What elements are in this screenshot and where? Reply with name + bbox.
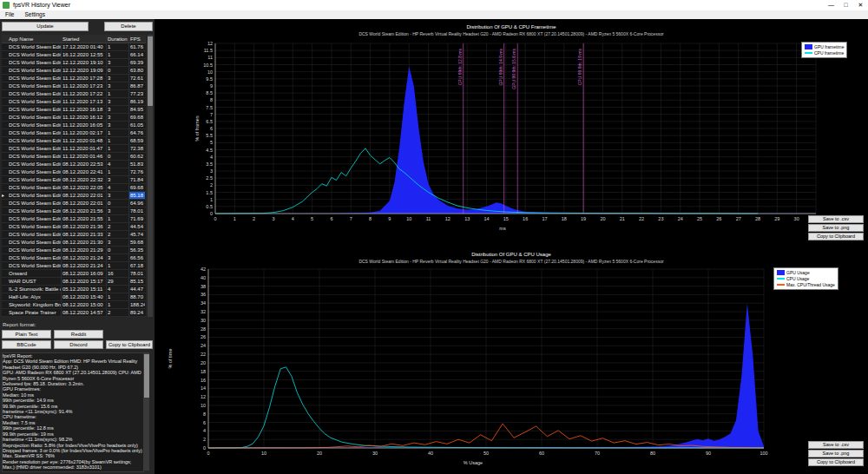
usage-y-axis-label: % of time	[168, 328, 173, 389]
table-row[interactable]: DCS World Steam Edition11.12.2020 01:471…	[2, 145, 146, 153]
copy-chart-clipboard-button[interactable]: Copy to Clipboard	[808, 458, 864, 466]
report-text[interactable]: fpsVR Report: App: DCS World Steam Editi…	[2, 352, 144, 472]
table-row[interactable]: DCS World Steam Edition11.12.2020 17:283…	[2, 75, 146, 82]
report-scrollbar[interactable]	[144, 352, 149, 471]
table-row[interactable]: DCS World Steam Edition11.12.2020 01:481…	[2, 137, 146, 145]
table-row[interactable]: DCS World Steam Edition11.12.2020 17:221…	[2, 90, 146, 98]
table-row[interactable]: DCS World Steam Edition11.12.2020 16:123…	[2, 114, 146, 122]
menu-settings[interactable]: Settings	[19, 10, 50, 19]
save-csv-button[interactable]: Save to .csv	[808, 441, 864, 449]
table-row[interactable]: Onward08.12.2020 16:091678.01	[2, 270, 146, 278]
row-selection-marker	[2, 129, 8, 136]
copy-to-clipboard-button[interactable]: Copy to Clipboard	[106, 340, 153, 349]
table-row[interactable]: DCS World Steam Edition08.12.2020 22:010…	[2, 200, 146, 207]
table-row[interactable]: DCS World Steam Edition08.12.2020 22:323…	[2, 176, 146, 184]
row-selection-marker	[2, 286, 8, 293]
svg-text:2: 2	[203, 437, 206, 442]
reddit-button[interactable]: Reddit	[54, 330, 103, 339]
svg-text:16: 16	[201, 378, 206, 383]
table-row[interactable]: DCS World Steam Edition08.12.2020 22:411…	[2, 168, 146, 176]
history-panel: Update Delete App Name Started Duration …	[0, 19, 155, 474]
svg-text:7: 7	[210, 112, 213, 117]
usage-chart-plot: 0102030405060708090100024681012141618202…	[177, 266, 769, 467]
table-row[interactable]: DCS World Steam Edition11.12.2020 01:460…	[2, 153, 146, 161]
report-scrollbar-thumb[interactable]	[144, 354, 149, 398]
table-scrollbar[interactable]	[148, 35, 153, 317]
table-header: App Name Started Duration FPS	[2, 35, 146, 43]
svg-text:1: 1	[233, 216, 236, 221]
table-row[interactable]: DCS World Steam Edition08.12.2020 21:290…	[2, 247, 146, 254]
table-row[interactable]: DCS World Steam Edition16.12.2020 12:551…	[2, 51, 146, 59]
svg-text:18: 18	[562, 216, 567, 221]
usage-chart: Distribution Of GPU & CPU Usage DCS Worl…	[155, 247, 868, 474]
svg-text:38: 38	[201, 284, 206, 289]
row-selection-marker	[2, 51, 8, 58]
sessions-table: App Name Started Duration FPS DCS World …	[2, 35, 146, 317]
svg-text:2: 2	[210, 182, 213, 188]
table-row[interactable]: WAR DUST08.12.2020 15:172985.15	[2, 278, 146, 286]
table-row[interactable]: IL-2 Sturmovik: Battle of Sta...05.12.20…	[2, 286, 146, 293]
svg-text:15: 15	[503, 216, 509, 221]
svg-text:4: 4	[292, 216, 294, 221]
update-button[interactable]: Update	[2, 22, 89, 31]
table-row[interactable]: DCS World Steam Edition11.12.2020 02:171…	[2, 129, 146, 137]
column-header-app-name[interactable]: App Name	[8, 35, 62, 43]
table-row[interactable]: Skyworld: Kingdom Brawl08.12.2020 15:001…	[2, 301, 146, 309]
table-row[interactable]: DCS World Steam Edition17.12.2020 01:401…	[2, 43, 146, 51]
menu-file[interactable]: File	[0, 10, 19, 19]
table-row[interactable]: DCS World Steam Edition08.12.2020 21:563…	[2, 207, 146, 215]
table-row[interactable]: DCS World Steam Edition08.12.2020 21:243…	[2, 254, 146, 262]
table-row[interactable]: ▸DCS World Steam Edition08.12.2020 22:01…	[2, 192, 146, 200]
column-header-duration[interactable]: Duration	[107, 35, 129, 43]
plain-text-button[interactable]: Plain Text	[2, 330, 51, 339]
column-header-fps[interactable]: FPS	[129, 35, 145, 43]
table-row[interactable]: DCS World Steam Edition11.12.2020 16:053…	[2, 122, 146, 129]
save-png-button[interactable]: Save to .png	[808, 224, 864, 232]
table-scrollbar-thumb[interactable]	[148, 36, 153, 106]
svg-text:6.5: 6.5	[206, 119, 213, 124]
copy-chart-clipboard-button[interactable]: Copy to Clipboard	[808, 233, 864, 240]
frametime-chart-title: Distribution Of GPU & CPU Frametime	[155, 24, 868, 30]
table-row[interactable]: DCS World Steam Edition12.12.2020 19:103…	[2, 59, 146, 67]
table-row[interactable]: DCS World Steam Edition08.12.2020 21:362…	[2, 223, 146, 231]
column-header-started[interactable]: Started	[62, 35, 107, 43]
discord-button[interactable]: Discord	[54, 340, 103, 349]
row-selection-marker	[2, 239, 8, 246]
close-button[interactable]: ✕	[853, 0, 868, 10]
svg-text:12: 12	[207, 41, 213, 46]
table-row[interactable]: DCS World Steam Edition08.12.2020 22:054…	[2, 184, 146, 192]
minimize-button[interactable]: —	[824, 0, 838, 10]
table-row[interactable]: DCS World Steam Edition08.12.2020 21:551…	[2, 215, 146, 223]
row-selection-marker	[2, 82, 8, 89]
svg-text:11.5: 11.5	[204, 48, 213, 53]
row-selection-marker	[2, 98, 8, 105]
table-row[interactable]: Space Pirate Trainer08.12.2020 14:57289.…	[2, 309, 146, 317]
table-row[interactable]: DCS World Steam Edition12.12.2020 19:090…	[2, 67, 146, 75]
delete-button[interactable]: Delete	[104, 22, 153, 31]
frametime-chart-legend: GPU frametimeCPU frametime	[801, 42, 847, 58]
usage-chart-legend: GPU UsageCPU UsageMax. CPU/Thread Usage	[773, 267, 838, 290]
table-row[interactable]: DCS World Steam Edition11.12.2020 16:183…	[2, 106, 146, 114]
table-row[interactable]: DCS World Steam Edition11.12.2020 17:133…	[2, 98, 146, 106]
table-row[interactable]: DCS World Steam Edition08.12.2020 21:332…	[2, 231, 146, 239]
table-row[interactable]: DCS World Steam Edition08.12.2020 22:534…	[2, 161, 146, 168]
usage-chart-subtitle: DCS World Steam Edition - HP Reverb Virt…	[155, 259, 868, 264]
row-selection-marker	[2, 176, 8, 183]
table-row[interactable]: Half-Life: Alyx08.12.2020 15:40188.70	[2, 293, 146, 301]
bbcode-button[interactable]: BBCode	[2, 340, 51, 349]
table-row[interactable]: DCS World Steam Edition11.12.2020 17:233…	[2, 82, 146, 90]
maximize-button[interactable]: □	[838, 0, 853, 10]
table-row[interactable]: DCS World Steam Edition08.12.2020 21:303…	[2, 239, 146, 247]
svg-text:22: 22	[201, 352, 206, 357]
save-png-button[interactable]: Save to .png	[808, 450, 864, 458]
table-row[interactable]: DCS World Steam Edition08.12.2020 21:241…	[2, 262, 146, 270]
svg-text:8.5: 8.5	[206, 90, 213, 95]
svg-text:32: 32	[201, 309, 206, 314]
app-icon	[3, 2, 10, 9]
svg-text:3: 3	[272, 216, 274, 221]
svg-text:5: 5	[210, 140, 213, 145]
row-selection-marker	[2, 161, 8, 168]
save-csv-button[interactable]: Save to .csv	[808, 215, 864, 223]
row-selection-marker	[2, 184, 8, 191]
svg-text:4: 4	[203, 428, 206, 433]
